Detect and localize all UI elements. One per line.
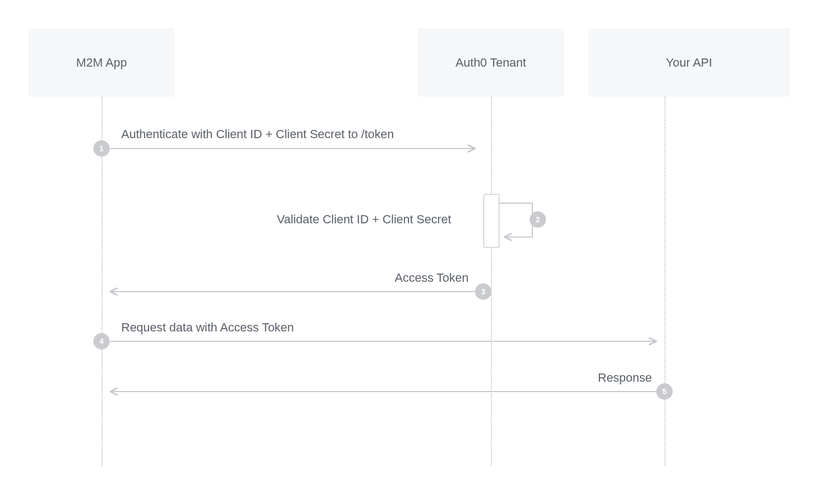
step-5-marker: 5 [656, 383, 673, 400]
step-2-label: Validate Client ID + Client Secret [277, 212, 451, 227]
lifeline-auth0-tenant [491, 97, 492, 466]
actor-auth0-tenant: Auth0 Tenant [418, 28, 564, 97]
step-number: 1 [99, 144, 104, 153]
actor-m2m-app: M2M App [28, 28, 175, 97]
activation-auth0 [483, 194, 500, 248]
step-number: 2 [536, 215, 540, 224]
sequence-diagram: M2M App Auth0 Tenant Your API 1 [0, 0, 819, 504]
step-5-label: Response [598, 371, 652, 385]
lifeline-your-api [664, 97, 666, 466]
step-number: 4 [99, 337, 104, 346]
step-4-label: Request data with Access Token [121, 321, 294, 335]
step-1-label: Authenticate with Client ID + Client Sec… [121, 127, 394, 141]
actor-label: M2M App [76, 56, 127, 70]
step-2-marker: 2 [530, 211, 546, 228]
step-3-label: Access Token [395, 271, 468, 285]
step-3-marker: 3 [475, 283, 491, 300]
step-1-marker: 1 [93, 140, 110, 157]
actor-your-api: Your API [589, 28, 790, 97]
step-4-marker: 4 [93, 333, 110, 349]
actor-label: Your API [666, 56, 713, 70]
step-number: 5 [662, 387, 667, 396]
actor-label: Auth0 Tenant [455, 56, 526, 70]
step-number: 3 [481, 287, 485, 296]
